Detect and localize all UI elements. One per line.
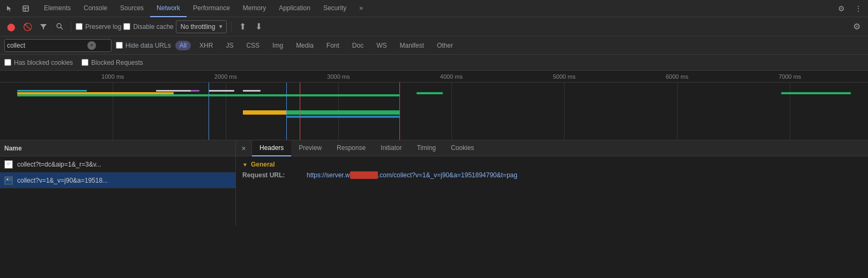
search-input[interactable] [7, 42, 87, 49]
detail-panel: × Headers Preview Response Initiator Tim… [236, 140, 868, 226]
svg-rect-5 [6, 161, 11, 168]
detail-tab-initiator[interactable]: Initiator [373, 140, 409, 156]
filter-type-font[interactable]: Font [322, 41, 344, 50]
tab-sources[interactable]: Sources [114, 0, 150, 17]
network-toolbar: ⬤ 🚫 Preserve log Disable cache No thrott… [0, 17, 868, 36]
request-url-key: Request URL: [242, 171, 307, 179]
request-bar-green-4 [286, 110, 399, 115]
tab-network[interactable]: Network [150, 0, 187, 17]
section-triangle-icon: ▼ [242, 162, 248, 168]
network-settings-button[interactable]: ⚙ [850, 20, 864, 34]
list-item-1[interactable]: collect?t=dc&aip=1&_r=3&v... [0, 156, 235, 172]
list-header: Name [0, 140, 235, 156]
filter-type-xhr[interactable]: XHR [195, 41, 217, 50]
tab-console[interactable]: Console [77, 0, 114, 17]
grid-line-6 [677, 82, 678, 140]
tab-bar-left [2, 1, 33, 16]
filter-type-doc[interactable]: Doc [348, 41, 368, 50]
redacted-text: xxxxxxxx [350, 171, 378, 179]
timeline-ruler: 1000 ms 2000 ms 3000 ms 4000 ms 5000 ms … [0, 71, 868, 82]
search-clear-button[interactable]: × [87, 41, 96, 50]
tab-more[interactable]: » [353, 0, 369, 17]
blocked-requests-checkbox[interactable] [81, 59, 88, 66]
request-bar-white-2 [209, 90, 235, 92]
record-button[interactable]: ⬤ [4, 20, 18, 34]
separator-1 [71, 21, 71, 32]
general-section-header[interactable]: ▼ General [242, 161, 862, 168]
ruler-tick-1000: 1000 ms [101, 73, 124, 80]
detail-tab-response[interactable]: Response [329, 140, 373, 156]
import-har-button[interactable]: ⬆ [236, 20, 250, 34]
detail-tab-preview[interactable]: Preview [291, 140, 329, 156]
checkbox-row: Has blocked cookies Blocked Requests [0, 55, 868, 71]
list-item-text-2: collect?v=1&_v=j90&a=19518... [17, 177, 108, 184]
tab-memory[interactable]: Memory [236, 0, 272, 17]
search-network-button[interactable] [53, 20, 66, 34]
detail-tab-timing[interactable]: Timing [409, 140, 443, 156]
filter-row: × Hide data URLs All XHR JS CSS Img Medi… [0, 36, 868, 55]
has-blocked-cookies-checkbox[interactable] [4, 59, 11, 66]
throttle-select[interactable]: No throttling [176, 20, 227, 33]
search-box: × [4, 39, 112, 52]
filter-type-manifest[interactable]: Manifest [396, 41, 428, 50]
throttle-wrapper: No throttling ▼ [176, 20, 227, 33]
filter-type-other[interactable]: Other [433, 41, 457, 50]
tab-performance[interactable]: Performance [187, 0, 236, 17]
filter-type-all[interactable]: All [175, 41, 191, 50]
ruler-tick-5000: 5000 ms [553, 73, 575, 80]
ruler-tick-6000: 6000 ms [666, 73, 688, 80]
timeline-canvas[interactable] [0, 82, 868, 140]
detail-close-button[interactable]: × [236, 140, 252, 156]
disable-cache-label[interactable]: Disable cache [123, 23, 173, 31]
clear-button[interactable]: 🚫 [20, 20, 34, 34]
grid-line-1 [113, 82, 113, 140]
detail-tabs: × Headers Preview Response Initiator Tim… [236, 140, 868, 156]
img-icon-2 [4, 176, 13, 185]
hide-data-urls-label[interactable]: Hide data URLs [116, 42, 171, 49]
devtools-menu-icon[interactable]: ⋮ [851, 1, 866, 16]
export-har-button[interactable]: ⬇ [252, 20, 266, 34]
tab-elements[interactable]: Elements [38, 0, 77, 17]
ruler-tick-3000: 3000 ms [327, 73, 350, 80]
blocked-requests-label[interactable]: Blocked Requests [81, 59, 143, 66]
devtools-settings-icon[interactable]: ⚙ [834, 1, 849, 16]
request-bar-green-2 [417, 92, 443, 94]
general-label: General [251, 161, 275, 168]
inspect-icon[interactable] [18, 1, 33, 16]
has-blocked-cookies-label[interactable]: Has blocked cookies [4, 59, 73, 66]
filter-button[interactable] [36, 20, 50, 34]
preserve-log-label[interactable]: Preserve log [76, 23, 121, 31]
request-bar-green-3 [781, 92, 851, 94]
svg-point-10 [7, 178, 9, 180]
svg-rect-0 [23, 6, 28, 11]
timeline-area: 1000 ms 2000 ms 3000 ms 4000 ms 5000 ms … [0, 71, 868, 140]
request-bar-orange-2 [243, 110, 286, 115]
filter-type-js[interactable]: JS [221, 41, 238, 50]
hide-data-urls-checkbox[interactable] [116, 42, 123, 49]
list-item-text-1: collect?t=dc&aip=1&_r=3&v... [17, 161, 101, 168]
detail-tab-cookies[interactable]: Cookies [443, 140, 481, 156]
tab-security[interactable]: Security [317, 0, 353, 17]
filter-type-ws[interactable]: WS [372, 41, 391, 50]
vmarker-red-1 [300, 82, 300, 140]
list-item-2[interactable]: collect?v=1&_v=j90&a=19518... [0, 172, 235, 189]
tab-bar-right: ⚙ ⋮ [834, 1, 866, 16]
tab-application[interactable]: Application [272, 0, 317, 17]
ruler-tick-4000: 4000 ms [440, 73, 463, 80]
detail-content: ▼ General Request URL: https://server.wx… [236, 156, 868, 226]
request-bar-blue-1 [286, 116, 399, 118]
grid-line-5 [564, 82, 565, 140]
request-bar-white-3 [243, 90, 260, 92]
filter-type-img[interactable]: Img [268, 41, 287, 50]
detail-tab-headers[interactable]: Headers [252, 140, 291, 156]
filter-type-media[interactable]: Media [292, 41, 318, 50]
tab-bar: Elements Console Sources Network Perform… [0, 0, 868, 17]
preserve-log-checkbox[interactable] [76, 23, 83, 30]
bottom-split: Name collect?t=dc&aip=1&_r=3&v... [0, 140, 868, 226]
ruler-tick-2000: 2000 ms [214, 73, 237, 80]
disable-cache-checkbox[interactable] [123, 23, 130, 30]
filter-type-css[interactable]: CSS [242, 41, 264, 50]
request-url-value: https://server.wxxxxxxxx.com/collect?v=1… [307, 171, 517, 179]
cursor-icon[interactable] [2, 1, 17, 16]
vmarker-blue-1 [209, 82, 209, 140]
